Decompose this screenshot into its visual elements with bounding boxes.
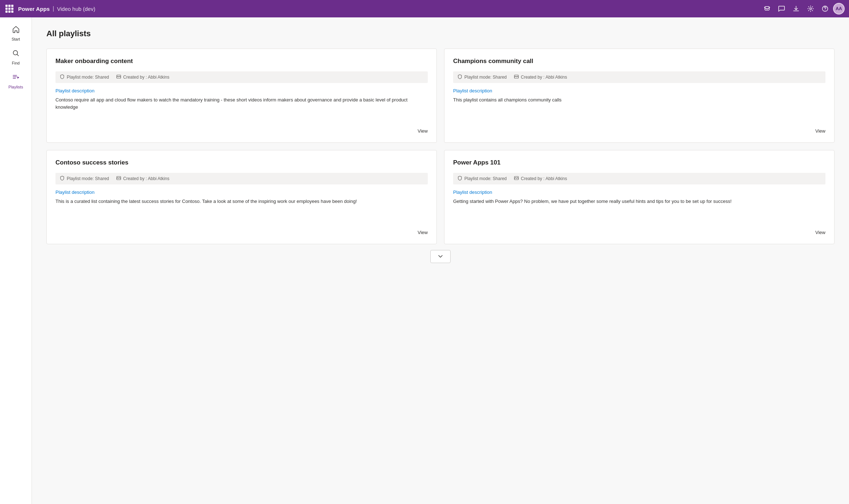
topbar-icons: AA [761, 2, 845, 15]
playlist-desc-text-3: This is a curated list containing the la… [55, 198, 428, 224]
main-content: All playlists Maker onboarding content P… [32, 17, 849, 504]
playlist-meta-power-apps-101: Playlist mode: Shared Created by : Abbi … [453, 173, 825, 184]
sidebar-item-playlists[interactable]: Playlists [1, 70, 30, 93]
user-avatar[interactable]: AA [833, 3, 845, 14]
scroll-more-button[interactable] [430, 250, 451, 263]
help-icon [822, 5, 828, 12]
playlist-creator-maker-onboarding: Created by : Abbi Atkins [116, 74, 169, 80]
playlists-icon [12, 73, 20, 83]
scroll-more-container [46, 250, 834, 263]
playlist-title-contoso-success: Contoso success stories [55, 159, 428, 166]
chat-button[interactable] [775, 2, 788, 15]
playlist-view-button-3[interactable]: View [418, 224, 428, 235]
chevron-down-icon [438, 254, 443, 259]
image-icon-2 [514, 74, 519, 80]
sidebar-item-find[interactable]: Find [1, 46, 30, 69]
home-icon [12, 25, 20, 36]
playlist-creator-contoso-success: Created by : Abbi Atkins [116, 176, 169, 182]
app-layout: Start Find Playlists [0, 17, 849, 504]
topbar: Power Apps | Video hub (dev) [0, 0, 849, 17]
sidebar-item-start[interactable]: Start [1, 22, 30, 45]
playlist-mode-power-apps-101: Playlist mode: Shared [457, 176, 507, 182]
waffle-icon [5, 5, 13, 13]
playlist-card-power-apps-101: Power Apps 101 Playlist mode: Shared Cre… [444, 150, 834, 244]
waffle-menu-button[interactable] [4, 4, 15, 14]
app-subtitle: Video hub (dev) [57, 6, 95, 12]
playlist-desc-label-1[interactable]: Playlist description [55, 88, 428, 93]
playlist-view-button-4[interactable]: View [815, 224, 825, 235]
chat-icon [778, 5, 785, 12]
gear-icon [807, 5, 814, 12]
notifications-button[interactable] [761, 2, 774, 15]
svg-point-1 [810, 8, 812, 10]
sidebar-start-label: Start [12, 37, 20, 41]
playlist-meta-contoso-success: Playlist mode: Shared Created by : Abbi … [55, 173, 428, 184]
playlist-view-button-1[interactable]: View [418, 122, 428, 134]
playlist-creator-text-2: Created by : Abbi Atkins [521, 75, 567, 80]
playlist-creator-champions-community: Created by : Abbi Atkins [514, 74, 567, 80]
playlist-view-button-2[interactable]: View [815, 122, 825, 134]
title-separator: | [53, 5, 54, 12]
page-title: All playlists [46, 29, 834, 38]
playlist-desc-label-3[interactable]: Playlist description [55, 189, 428, 195]
download-icon [793, 5, 799, 12]
playlist-card-maker-onboarding: Maker onboarding content Playlist mode: … [46, 49, 437, 143]
playlist-mode-text-3: Playlist mode: Shared [67, 176, 109, 181]
svg-marker-8 [17, 76, 19, 79]
image-icon-1 [116, 74, 121, 80]
image-icon-4 [514, 176, 519, 182]
playlist-creator-text-1: Created by : Abbi Atkins [123, 75, 169, 80]
playlist-desc-text-1: Contoso require all app and cloud flow m… [55, 96, 428, 122]
shield-icon-3 [60, 176, 65, 182]
playlist-creator-text-3: Created by : Abbi Atkins [123, 176, 169, 181]
playlist-card-champions-community: Champions community call Playlist mode: … [444, 49, 834, 143]
playlist-desc-text-4: Getting started with Power Apps? No prob… [453, 198, 825, 224]
sidebar: Start Find Playlists [0, 17, 32, 504]
sidebar-playlists-label: Playlists [8, 85, 23, 89]
shield-icon-1 [60, 74, 65, 80]
playlist-desc-label-4[interactable]: Playlist description [453, 189, 825, 195]
shield-icon-2 [457, 74, 462, 80]
playlist-mode-text-1: Playlist mode: Shared [67, 75, 109, 80]
download-button[interactable] [790, 2, 803, 15]
app-title: Power Apps [18, 6, 50, 12]
sidebar-find-label: Find [12, 61, 20, 65]
svg-point-3 [825, 10, 825, 11]
playlist-mode-contoso-success: Playlist mode: Shared [60, 176, 109, 182]
playlist-title-power-apps-101: Power Apps 101 [453, 159, 825, 166]
playlist-title-champions-community: Champions community call [453, 58, 825, 65]
shield-icon-4 [457, 176, 462, 182]
avatar-initials: AA [836, 6, 842, 11]
notifications-icon [764, 5, 770, 12]
search-icon [12, 49, 20, 59]
playlist-card-contoso-success: Contoso success stories Playlist mode: S… [46, 150, 437, 244]
playlist-desc-label-2[interactable]: Playlist description [453, 88, 825, 93]
playlist-mode-text-4: Playlist mode: Shared [464, 176, 507, 181]
playlist-meta-maker-onboarding: Playlist mode: Shared Created by : Abbi … [55, 71, 428, 83]
image-icon-3 [116, 176, 121, 182]
playlist-mode-text-2: Playlist mode: Shared [464, 75, 507, 80]
settings-button[interactable] [804, 2, 817, 15]
playlist-title-maker-onboarding: Maker onboarding content [55, 58, 428, 65]
playlists-grid: Maker onboarding content Playlist mode: … [46, 49, 834, 244]
playlist-mode-maker-onboarding: Playlist mode: Shared [60, 74, 109, 80]
playlist-mode-champions-community: Playlist mode: Shared [457, 74, 507, 80]
playlist-creator-power-apps-101: Created by : Abbi Atkins [514, 176, 567, 182]
help-button[interactable] [819, 2, 832, 15]
playlist-creator-text-4: Created by : Abbi Atkins [521, 176, 567, 181]
playlist-meta-champions-community: Playlist mode: Shared Created by : Abbi … [453, 71, 825, 83]
playlist-desc-text-2: This playlist contains all champions com… [453, 96, 825, 122]
